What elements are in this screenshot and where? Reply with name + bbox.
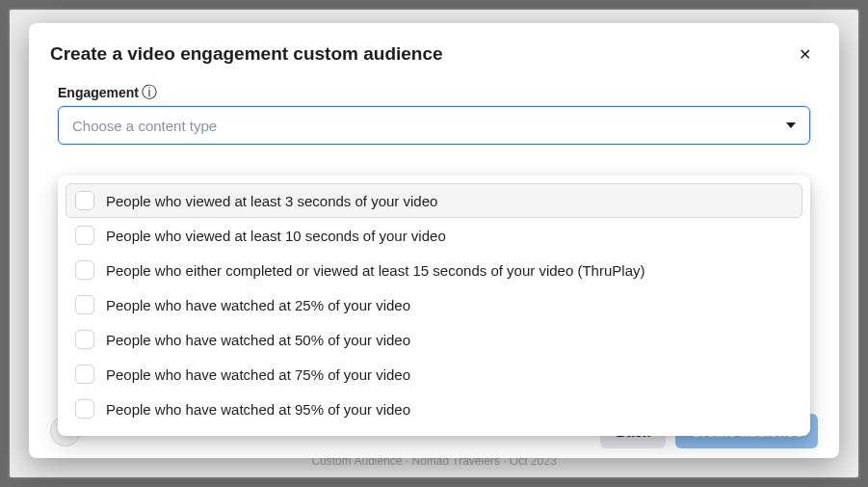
checkbox-icon	[75, 365, 94, 384]
close-button[interactable]: ✕	[791, 41, 818, 68]
checkbox-icon	[75, 295, 94, 314]
checkbox-icon	[75, 260, 94, 280]
option-label: People who either completed or viewed at…	[106, 262, 644, 279]
option-label: People who have watched at 75% of your v…	[106, 366, 410, 383]
options-dropdown: People who viewed at least 3 seconds of …	[58, 176, 810, 436]
chevron-down-icon	[786, 122, 796, 128]
select-placeholder: Choose a content type	[72, 118, 217, 134]
checkbox-icon	[75, 330, 94, 349]
option-label: People who have watched at 25% of your v…	[106, 297, 410, 313]
option-label: People who have watched at 50% of your v…	[106, 332, 410, 348]
checkbox-icon	[75, 191, 94, 210]
checkbox-icon	[75, 226, 94, 245]
engagement-section: Engagement ⓘ Choose a content type	[29, 75, 839, 145]
engagement-option[interactable]: People who viewed at least 3 seconds of …	[66, 183, 802, 218]
option-label: People who viewed at least 10 seconds of…	[106, 228, 446, 244]
option-label: People who viewed at least 3 seconds of …	[106, 193, 437, 209]
engagement-option[interactable]: People who viewed at least 10 seconds of…	[66, 218, 802, 253]
field-label-row: Engagement ⓘ	[58, 85, 810, 100]
engagement-option[interactable]: People who have watched at 25% of your v…	[66, 287, 802, 322]
engagement-option[interactable]: People who have watched at 95% of your v…	[66, 392, 802, 426]
engagement-option[interactable]: People who have watched at 50% of your v…	[66, 322, 802, 357]
modal-title: Create a video engagement custom audienc…	[50, 43, 443, 65]
engagement-option[interactable]: People who have watched at 75% of your v…	[66, 357, 802, 392]
modal-create-audience: Create a video engagement custom audienc…	[29, 23, 839, 458]
checkbox-icon	[75, 399, 94, 419]
engagement-option[interactable]: People who either completed or viewed at…	[66, 253, 802, 287]
option-label: People who have watched at 95% of your v…	[106, 401, 410, 418]
info-icon[interactable]: ⓘ	[143, 86, 156, 99]
content-type-select[interactable]: Choose a content type	[58, 106, 810, 145]
field-label: Engagement	[58, 85, 139, 100]
close-icon: ✕	[799, 45, 811, 64]
modal-header: Create a video engagement custom audienc…	[29, 23, 839, 75]
